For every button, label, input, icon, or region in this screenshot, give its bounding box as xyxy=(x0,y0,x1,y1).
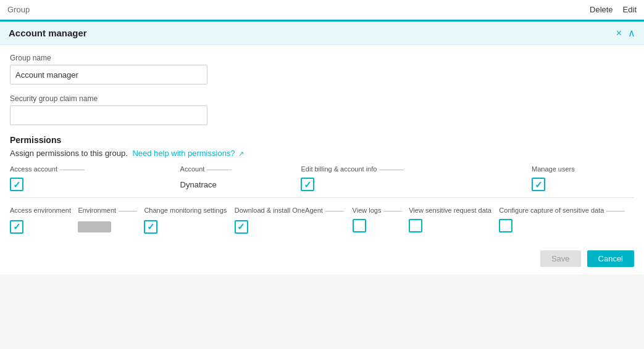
access-env-checkbox[interactable]: ✓ xyxy=(10,220,23,234)
view-sensitive-cell: ✓ xyxy=(409,216,499,234)
col-account: Account xyxy=(180,165,301,175)
col-view-sensitive: View sensitive request data xyxy=(409,202,499,216)
permissions-desc: Assign permissions to this group. Need h… xyxy=(10,149,634,158)
col-view-logs: View logs xyxy=(353,202,409,216)
download-oneagent-cell: ✓ xyxy=(235,216,353,234)
col-configure-capture: Configure capture of sensitive data xyxy=(499,202,634,216)
env-data-row: ✓ ✓ ✓ xyxy=(10,216,634,234)
account-name: Dynatrace xyxy=(180,180,217,189)
manage-users-checkbox[interactable]: ✓ xyxy=(532,178,545,191)
top-bar-actions: Delete Edit xyxy=(590,5,637,14)
section-divider xyxy=(10,197,634,198)
security-claim-label: Security group claim name xyxy=(10,94,634,103)
panel-title: Account manager xyxy=(9,28,87,38)
group-name-input[interactable] xyxy=(10,65,207,84)
change-monitoring-checkbox[interactable]: ✓ xyxy=(144,220,157,234)
env-name-cell xyxy=(78,216,144,234)
group-name-label: Group name xyxy=(10,54,634,62)
security-claim-input[interactable] xyxy=(10,105,207,125)
group-name-group: Group name xyxy=(10,54,634,84)
view-logs-cell: ✓ xyxy=(353,216,409,234)
manage-users-cell: ✓ xyxy=(532,175,634,191)
edit-billing-checkbox[interactable]: ✓ xyxy=(301,178,314,191)
col-access-account: Access account xyxy=(10,165,180,175)
group-label: Group xyxy=(7,5,590,14)
col-edit-billing: Edit billing & account info xyxy=(301,165,532,175)
change-monitoring-cell: ✓ xyxy=(144,216,234,234)
save-button[interactable]: Save xyxy=(540,250,581,267)
top-bar: Group Delete Edit xyxy=(0,0,644,20)
account-manager-panel: Account manager × ∧ Group name Security … xyxy=(0,20,644,274)
account-data-row: ✓ Dynatrace ✓ ✓ xyxy=(10,175,634,191)
external-link-icon: ↗ xyxy=(238,150,244,157)
panel-header-icons: × ∧ xyxy=(616,28,635,38)
permissions-help-link[interactable]: Need help with permissions? ↗ xyxy=(132,149,244,158)
collapse-icon[interactable]: ∧ xyxy=(628,28,635,38)
col-change-monitoring: Change monitoring settings xyxy=(144,202,234,216)
footer: Save Cancel xyxy=(0,240,644,274)
account-header-row: Access account Account Edit billing & ac… xyxy=(10,165,634,175)
permissions-section: Permissions Assign permissions to this g… xyxy=(10,135,634,234)
view-sensitive-checkbox[interactable]: ✓ xyxy=(409,219,422,232)
col-environment: Environment xyxy=(78,202,144,216)
account-permissions-table: Access account Account Edit billing & ac… xyxy=(10,165,634,191)
edit-billing-cell: ✓ xyxy=(301,175,532,191)
configure-capture-cell: ✓ xyxy=(499,216,634,234)
close-icon[interactable]: × xyxy=(616,28,622,38)
download-oneagent-checkbox[interactable]: ✓ xyxy=(235,220,248,234)
env-header-row: Access environment Environment Change mo… xyxy=(10,202,634,216)
env-permissions-table: Access environment Environment Change mo… xyxy=(10,202,634,234)
access-account-cell: ✓ xyxy=(10,175,180,191)
panel-header: Account manager × ∧ xyxy=(0,22,644,45)
access-env-cell: ✓ xyxy=(10,216,78,234)
view-logs-checkbox[interactable]: ✓ xyxy=(353,219,366,232)
col-manage-users: Manage users xyxy=(532,165,634,175)
access-account-checkbox[interactable]: ✓ xyxy=(10,178,23,191)
account-name-cell: Dynatrace xyxy=(180,175,301,191)
cancel-button[interactable]: Cancel xyxy=(587,250,634,267)
permissions-title: Permissions xyxy=(10,135,634,145)
env-name-tag xyxy=(78,221,111,232)
col-access-env: Access environment xyxy=(10,202,78,216)
configure-capture-checkbox[interactable]: ✓ xyxy=(499,219,512,232)
security-claim-group: Security group claim name xyxy=(10,94,634,125)
col-download-oneagent: Download & install OneAgent xyxy=(235,202,353,216)
edit-button[interactable]: Edit xyxy=(623,5,637,14)
delete-button[interactable]: Delete xyxy=(590,5,613,14)
panel-body: Group name Security group claim name Per… xyxy=(0,45,644,240)
